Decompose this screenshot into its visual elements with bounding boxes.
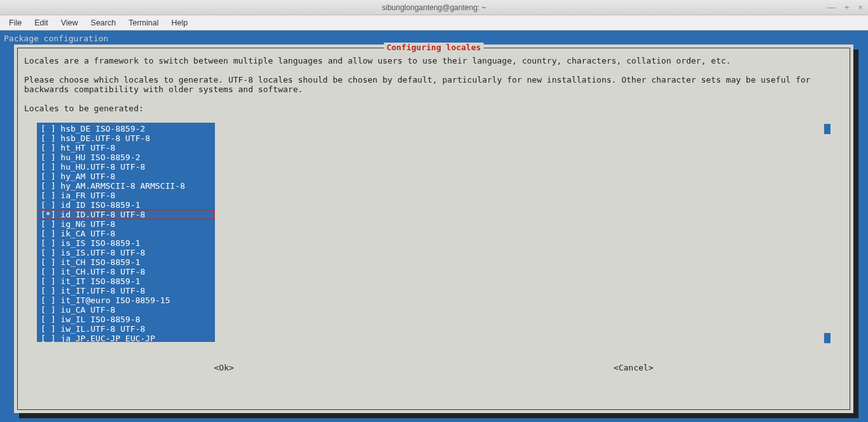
locale-row[interactable]: [ ] hy_AM.ARMSCII-8 ARMSCII-8 <box>37 181 215 191</box>
locale-row[interactable]: [ ] ht_HT UTF-8 <box>37 143 215 153</box>
dialog-intro-1: Locales are a framework to switch betwee… <box>24 56 843 65</box>
scrollbar-thumb-top[interactable] <box>824 124 830 134</box>
locale-row[interactable]: [ ] id_ID ISO-8859-1 <box>37 200 215 210</box>
locale-row[interactable]: [ ] iu_CA UTF-8 <box>37 305 215 315</box>
maximize-icon[interactable]: + <box>844 3 850 12</box>
locale-row[interactable]: [ ] hu_HU.UTF-8 UTF-8 <box>37 162 215 172</box>
locale-row[interactable]: [ ] hsb_DE.UTF-8 UTF-8 <box>37 133 215 143</box>
terminal-area: Package configuration Configuring locale… <box>0 31 868 422</box>
scrollbar-track[interactable] <box>824 124 830 343</box>
locale-row[interactable]: [ ] ig_NG UTF-8 <box>37 219 215 229</box>
locale-row[interactable]: [ ] is_IS ISO-8859-1 <box>37 238 215 248</box>
dialog-intro-2: Please choose which locales to generate.… <box>24 75 843 94</box>
dialog-body: Locales are a framework to switch betwee… <box>24 56 843 403</box>
locale-row[interactable]: [ ] hsb_DE ISO-8859-2 <box>37 124 215 133</box>
minimize-icon[interactable]: — <box>827 3 836 12</box>
menu-view[interactable]: View <box>56 17 83 29</box>
cancel-button[interactable]: <Cancel> <box>614 363 654 372</box>
locale-row[interactable]: [ ] it_IT@euro ISO-8859-15 <box>37 296 215 305</box>
menu-search[interactable]: Search <box>86 17 121 29</box>
locale-row[interactable]: [ ] it_CH ISO-8859-1 <box>37 257 215 267</box>
menu-file[interactable]: File <box>4 17 27 29</box>
ok-button[interactable]: <Ok> <box>214 363 234 372</box>
window-titlebar: sibunglonganteng@ganteng: ~ — + × <box>0 0 868 15</box>
locale-row[interactable]: [ ] ia_FR UTF-8 <box>37 191 215 200</box>
locale-row[interactable]: [ ] it_IT.UTF-8 UTF-8 <box>37 286 215 296</box>
dialog-border: Configuring locales Locales are a framew… <box>17 48 850 410</box>
locales-dialog: Configuring locales Locales are a framew… <box>14 44 853 413</box>
dialog-prompt: Locales to be generated: <box>24 104 843 113</box>
locale-row[interactable]: [ ] is_IS.UTF-8 UTF-8 <box>37 248 215 257</box>
window-title: sibunglonganteng@ganteng: ~ <box>382 3 486 12</box>
locale-row[interactable]: [ ] it_IT ISO-8859-1 <box>37 276 215 286</box>
menubar: File Edit View Search Terminal Help <box>0 15 868 31</box>
locale-row[interactable]: [ ] ja_JP.EUC-JP EUC-JP <box>37 334 215 342</box>
dialog-title: Configuring locales <box>384 43 484 52</box>
locale-row[interactable]: [ ] it_CH.UTF-8 UTF-8 <box>37 267 215 276</box>
locale-row[interactable]: [ ] ik_CA UTF-8 <box>37 229 215 238</box>
menu-help[interactable]: Help <box>166 17 193 29</box>
locale-row[interactable]: [ ] iw_IL.UTF-8 UTF-8 <box>37 324 215 334</box>
menu-edit[interactable]: Edit <box>29 17 53 29</box>
locale-row[interactable]: [ ] hu_HU ISO-8859-2 <box>37 153 215 162</box>
cursor-bracket-icon: [ <box>37 210 38 219</box>
locale-row[interactable]: [ ] hy_AM UTF-8 <box>37 172 215 181</box>
close-icon[interactable]: × <box>858 3 863 12</box>
scrollbar-thumb-bottom[interactable] <box>824 333 830 343</box>
dialog-buttons: <Ok> <Cancel> <box>24 363 843 372</box>
locale-listbox[interactable]: [ ] hsb_DE ISO-8859-2[ ] hsb_DE.UTF-8 UT… <box>37 123 215 342</box>
locale-row[interactable]: [ ] iw_IL ISO-8859-8 <box>37 315 215 324</box>
locale-row[interactable]: [*] id_ID.UTF-8 UTF-8[ <box>37 210 215 219</box>
locale-listbox-wrap: [ ] hsb_DE ISO-8859-2[ ] hsb_DE.UTF-8 UT… <box>24 123 843 344</box>
menu-terminal[interactable]: Terminal <box>123 17 163 29</box>
window-controls: — + × <box>827 3 863 12</box>
